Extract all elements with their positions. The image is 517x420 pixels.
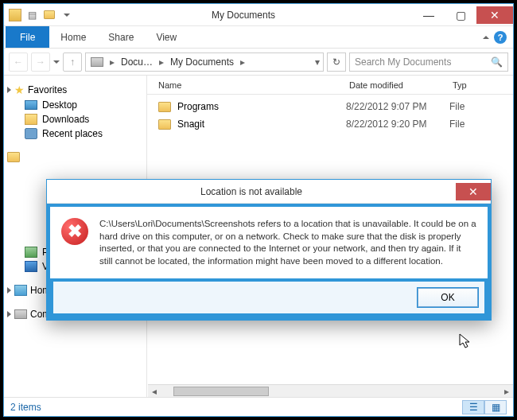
chevron-right-icon[interactable]: ▸ — [108, 56, 116, 68]
col-type[interactable]: Typ — [449, 80, 513, 90]
dialog-close-button[interactable]: ✕ — [456, 183, 491, 200]
chevron-right-icon[interactable]: ▸ — [157, 56, 165, 68]
icons-view-button[interactable]: ▦ — [484, 400, 507, 414]
history-dropdown-icon[interactable] — [53, 60, 60, 64]
favorites-group[interactable]: ★ Favorites — [7, 82, 143, 98]
file-tab[interactable]: File — [6, 26, 49, 48]
breadcrumb[interactable]: ▸ Docu… ▸ My Documents ▸ ▾ — [85, 52, 324, 72]
help-icon[interactable]: ? — [494, 31, 507, 44]
expand-icon — [7, 87, 11, 93]
location-icon — [91, 57, 103, 67]
pictures-icon — [25, 247, 37, 258]
videos-icon — [25, 261, 37, 272]
maximize-button[interactable]: ▢ — [445, 6, 476, 24]
qat-dropdown-icon[interactable] — [60, 8, 74, 22]
star-icon: ★ — [14, 84, 25, 96]
window-title: My Documents — [74, 10, 413, 21]
app-icon — [9, 9, 21, 21]
item-count: 2 items — [10, 402, 41, 413]
close-button[interactable]: ✕ — [476, 6, 513, 24]
chevron-right-icon[interactable]: ▸ — [239, 56, 247, 68]
tab-view[interactable]: View — [145, 26, 188, 48]
breadcrumb-dropdown-icon[interactable]: ▾ — [313, 56, 321, 68]
breadcrumb-seg[interactable]: Docu… — [118, 56, 156, 68]
search-icon: 🔍 — [491, 56, 503, 68]
title-bar: ▤ My Documents — ▢ ✕ — [4, 4, 513, 26]
expand-icon — [7, 311, 11, 317]
error-dialog: Location is not available ✕ ✖ C:\Users\L… — [46, 179, 492, 321]
qat-newfolder-icon[interactable] — [42, 8, 56, 22]
ribbon-collapse-icon[interactable] — [483, 36, 489, 39]
file-row[interactable]: Programs 8/22/2012 9:07 PM File — [147, 98, 513, 115]
qat-properties-icon[interactable]: ▤ — [25, 8, 39, 22]
status-bar: 2 items ☰ ▦ — [4, 397, 513, 416]
search-input[interactable]: Search My Documents 🔍 — [349, 52, 508, 72]
forward-button[interactable]: → — [31, 52, 50, 72]
scroll-thumb[interactable] — [173, 387, 269, 396]
col-date[interactable]: Date modified — [346, 80, 449, 90]
search-placeholder: Search My Documents — [355, 56, 451, 68]
folder-icon — [158, 119, 171, 130]
downloads-icon — [25, 114, 37, 125]
nav-recent[interactable]: Recent places — [7, 126, 143, 141]
details-view-button[interactable]: ☰ — [462, 400, 484, 414]
expand-icon — [7, 287, 11, 294]
nav-desktop[interactable]: Desktop — [7, 98, 143, 112]
folder-icon — [158, 102, 171, 112]
favorites-label: Favorites — [28, 84, 67, 95]
column-headers: Name Date modified Typ — [147, 76, 513, 95]
libraries-group[interactable] — [7, 150, 143, 164]
tab-home[interactable]: Home — [49, 26, 97, 48]
folder-icon — [7, 152, 20, 162]
horizontal-scrollbar[interactable]: ◂ ▸ — [148, 384, 513, 397]
ribbon-tabs: File Home Share View ? — [4, 26, 513, 49]
recent-icon — [25, 128, 37, 139]
refresh-button[interactable]: ↻ — [327, 52, 346, 72]
navigation-row: ← → ↑ ▸ Docu… ▸ My Documents ▸ ▾ ↻ Searc… — [4, 49, 513, 76]
scroll-right-icon[interactable]: ▸ — [500, 386, 513, 397]
homegroup-icon — [14, 285, 27, 296]
nav-downloads[interactable]: Downloads — [7, 112, 143, 126]
ok-button[interactable]: OK — [418, 288, 478, 307]
up-button[interactable]: ↑ — [63, 52, 82, 72]
breadcrumb-seg[interactable]: My Documents — [167, 56, 237, 68]
computer-icon — [14, 309, 27, 319]
tab-share[interactable]: Share — [97, 26, 145, 48]
error-icon: ✖ — [61, 218, 88, 245]
col-name[interactable]: Name — [147, 80, 346, 90]
scroll-left-icon[interactable]: ◂ — [148, 386, 161, 397]
minimize-button[interactable]: — — [413, 6, 445, 24]
dialog-title: Location is not available — [47, 186, 456, 197]
file-row[interactable]: Snagit 8/22/2012 9:20 PM File — [147, 115, 513, 133]
dialog-message: C:\Users\Lori\Documents\Screenshots refe… — [99, 218, 476, 267]
back-button[interactable]: ← — [9, 52, 28, 72]
desktop-icon — [25, 100, 37, 110]
